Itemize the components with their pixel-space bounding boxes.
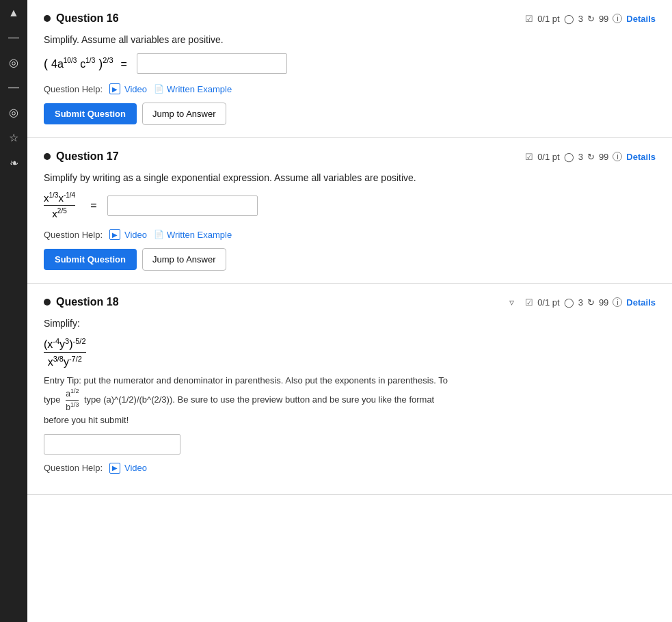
question-17-details-link[interactable]: Details [626,152,656,162]
question-18-math: (x-4y3)-5/2 x3/8y-7/2 [44,337,656,368]
question-17-check-icon: ☑ [525,152,533,162]
question-18-meta: ☑ 0/1 pt ◯ 3 ↻ 99 i Details [525,297,656,308]
question-17-answer-input[interactable] [107,195,258,216]
question-18-refresh: 99 [599,297,608,308]
question-17-submit-button[interactable]: Submit Question [44,249,137,270]
sidebar-icon-minus[interactable]: — [8,31,19,44]
question-18-video-icon: ▶ [109,463,120,474]
question-16-video-icon: ▶ [109,83,120,94]
question-16-clock: 3 [578,14,583,24]
question-18-denominator: x3/8y-7/2 [48,356,82,368]
question-16-refresh-icon: ↻ [587,14,595,24]
sidebar-icon-star[interactable]: ☆ [9,131,18,144]
question-18-numerator: (x-4y3)-5/2 [44,338,86,350]
question-16-title: Question 16 [44,12,119,25]
question-18-dot [44,299,51,306]
question-18-clock: 3 [578,297,583,308]
question-17-written-link[interactable]: 📄 Written Example [154,230,232,240]
question-18-header: Question 18 ▿ ☑ 0/1 pt ◯ 3 ↻ 99 i Detail… [44,296,656,308]
question-18-title: Question 18 [44,296,119,308]
question-18-entry-tip: Entry Tip: put the numerator and denomin… [44,374,656,427]
question-18-block: Question 18 ▿ ☑ 0/1 pt ◯ 3 ↻ 99 i Detail… [27,284,672,495]
question-17-clock: 3 [578,152,583,162]
question-16-block: Question 16 ☑ 0/1 pt ◯ 3 ↻ 99 i Details … [27,0,672,138]
question-16-video-label: Video [124,84,147,94]
question-17-refresh-icon: ↻ [587,152,595,162]
question-17-help-label: Question Help: [44,230,103,240]
question-17-jump-button[interactable]: Jump to Answer [142,248,226,271]
question-17-clock-icon: ◯ [564,152,574,162]
sidebar-icon-circle2[interactable]: ◎ [9,106,18,119]
question-18-input-wrapper [44,434,656,455]
question-17-video-link[interactable]: ▶ Video [109,229,147,240]
question-16-submit-button[interactable]: Submit Question [44,103,137,124]
question-18-label: Question 18 [56,296,119,308]
question-18-help: Question Help: ▶ Video [44,463,656,474]
question-17-numerator: x1/3x-1/4 [44,192,75,204]
question-17-written-icon: 📄 [154,230,164,240]
question-16-check-icon: ☑ [525,14,533,24]
question-18-body: Simplify: [44,318,656,329]
question-17-written-label: Written Example [167,230,232,240]
question-17-refresh: 99 [599,152,608,162]
question-17-body: Simplify by writing as a single exponent… [44,172,656,183]
sidebar-icon-circle1[interactable]: ◎ [9,56,18,69]
question-17-equals: = [90,200,96,212]
question-17-title: Question 17 [44,150,119,163]
sidebar-icon-up[interactable]: ▲ [8,7,19,19]
sidebar: ▲ — ◎ — ◎ ☆ ❧ [0,0,27,622]
question-16-meta: ☑ 0/1 pt ◯ 3 ↻ 99 i Details [525,14,656,24]
question-17-header: Question 17 ☑ 0/1 pt ◯ 3 ↻ 99 i Details [44,150,656,163]
question-16-video-link[interactable]: ▶ Video [109,83,147,94]
question-18-refresh-icon: ↻ [587,297,595,308]
question-17-video-label: Video [124,230,147,240]
question-17-score: 0/1 pt [537,152,560,162]
question-18-help-label: Question Help: [44,463,103,473]
question-16-body: Simplify. Assume all variables are posit… [44,34,656,45]
question-17-meta: ☑ 0/1 pt ◯ 3 ↻ 99 i Details [525,152,656,162]
question-18-clock-icon: ◯ [564,297,574,308]
question-18-details-link[interactable]: Details [626,297,656,308]
question-18-score: 0/1 pt [537,297,560,308]
question-18-video-label: Video [124,463,147,473]
sidebar-icon-leaf[interactable]: ❧ [10,157,18,170]
question-17-video-icon: ▶ [109,229,120,240]
question-18-cursor-icon: ▿ [509,297,514,308]
question-16-help: Question Help: ▶ Video 📄 Written Example [44,83,656,94]
question-18-answer-input[interactable] [44,434,180,455]
question-16-dot [44,15,51,22]
question-17-info-icon: i [613,152,622,161]
question-16-refresh: 99 [599,14,608,24]
question-16-math-expr: ( 4a10/3 c1/3 )2/3 = [44,56,131,71]
question-16-header: Question 16 ☑ 0/1 pt ◯ 3 ↻ 99 i Details [44,12,656,25]
question-16-label: Question 16 [56,12,119,25]
question-16-jump-button[interactable]: Jump to Answer [142,103,226,125]
question-16-help-label: Question Help: [44,84,103,94]
question-16-actions: Submit Question Jump to Answer [44,103,656,125]
question-18-check-icon: ☑ [525,297,533,308]
question-16-math: ( 4a10/3 c1/3 )2/3 = [44,53,656,74]
question-17-actions: Submit Question Jump to Answer [44,248,656,271]
question-17-block: Question 17 ☑ 0/1 pt ◯ 3 ↻ 99 i Details … [27,138,672,284]
question-17-dot [44,153,51,160]
question-16-info-icon: i [613,14,622,23]
question-16-details-link[interactable]: Details [626,14,656,24]
question-16-written-icon: 📄 [154,84,164,94]
sidebar-icon-dash: — [8,81,19,94]
question-17-help: Question Help: ▶ Video 📄 Written Example [44,229,656,240]
question-16-written-link[interactable]: 📄 Written Example [154,84,232,94]
question-16-score: 0/1 pt [537,14,560,24]
question-16-written-label: Written Example [167,84,232,94]
question-17-label: Question 17 [56,150,119,163]
question-18-info-icon: i [613,297,622,307]
question-17-math: x1/3x-1/4 x2/5 = [44,191,656,219]
main-content: Question 16 ☑ 0/1 pt ◯ 3 ↻ 99 i Details … [27,0,672,622]
question-17-denominator: x2/5 [52,208,66,219]
question-16-clock-icon: ◯ [564,14,574,24]
question-18-video-link[interactable]: ▶ Video [109,463,147,474]
question-16-answer-input[interactable] [137,53,287,74]
